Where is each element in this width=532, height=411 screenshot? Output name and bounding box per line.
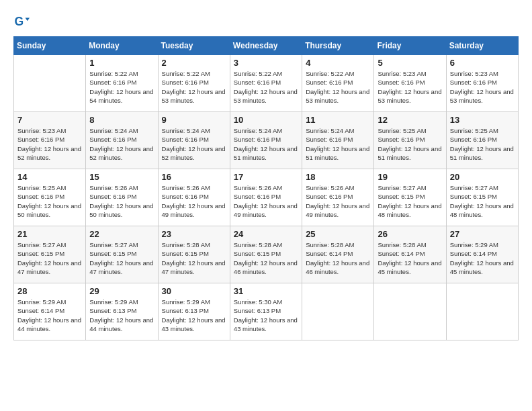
calendar-cell [446, 283, 518, 340]
day-number: 26 [378, 229, 442, 239]
day-number: 18 [306, 172, 370, 182]
calendar-cell: 13Sunrise: 5:25 AMSunset: 6:16 PMDayligh… [446, 112, 518, 169]
calendar-cell: 6Sunrise: 5:23 AMSunset: 6:16 PMDaylight… [446, 55, 518, 112]
header: G [13, 13, 519, 30]
day-info: Sunrise: 5:27 AMSunset: 6:15 PMDaylight:… [450, 183, 515, 219]
weekday-header-thursday: Thursday [302, 37, 374, 55]
logo-icon: G [13, 13, 30, 30]
day-number: 27 [450, 229, 515, 239]
calendar-cell: 23Sunrise: 5:28 AMSunset: 6:15 PMDayligh… [158, 226, 230, 283]
day-number: 21 [17, 229, 82, 239]
day-info: Sunrise: 5:22 AMSunset: 6:16 PMDaylight:… [306, 69, 370, 105]
day-info: Sunrise: 5:25 AMSunset: 6:16 PMDaylight:… [450, 126, 515, 162]
weekday-header-row: SundayMondayTuesdayWednesdayThursdayFrid… [14, 37, 519, 55]
day-number: 28 [17, 286, 82, 296]
day-number: 7 [17, 115, 82, 125]
calendar-cell [302, 283, 374, 340]
day-number: 12 [378, 115, 442, 125]
calendar-cell: 15Sunrise: 5:26 AMSunset: 6:16 PMDayligh… [86, 169, 158, 226]
day-info: Sunrise: 5:23 AMSunset: 6:16 PMDaylight:… [378, 69, 442, 105]
weekday-header-sunday: Sunday [14, 37, 86, 55]
day-info: Sunrise: 5:27 AMSunset: 6:15 PMDaylight:… [378, 183, 442, 219]
day-info: Sunrise: 5:28 AMSunset: 6:15 PMDaylight:… [162, 240, 226, 276]
day-number: 9 [162, 115, 226, 125]
calendar-cell: 16Sunrise: 5:26 AMSunset: 6:16 PMDayligh… [158, 169, 230, 226]
calendar-cell: 29Sunrise: 5:29 AMSunset: 6:13 PMDayligh… [86, 283, 158, 340]
day-info: Sunrise: 5:26 AMSunset: 6:16 PMDaylight:… [162, 183, 226, 219]
calendar-cell: 22Sunrise: 5:27 AMSunset: 6:15 PMDayligh… [86, 226, 158, 283]
day-number: 17 [234, 172, 298, 182]
calendar-week-row: 7Sunrise: 5:23 AMSunset: 6:16 PMDaylight… [14, 112, 519, 169]
calendar-cell: 3Sunrise: 5:22 AMSunset: 6:16 PMDaylight… [230, 55, 302, 112]
calendar-cell: 21Sunrise: 5:27 AMSunset: 6:15 PMDayligh… [14, 226, 86, 283]
day-number: 5 [378, 58, 442, 68]
day-number: 29 [89, 286, 154, 296]
calendar-cell [374, 283, 446, 340]
day-info: Sunrise: 5:23 AMSunset: 6:16 PMDaylight:… [450, 69, 515, 105]
day-info: Sunrise: 5:27 AMSunset: 6:15 PMDaylight:… [17, 240, 82, 276]
day-info: Sunrise: 5:22 AMSunset: 6:16 PMDaylight:… [162, 69, 226, 105]
day-number: 4 [306, 58, 370, 68]
day-info: Sunrise: 5:27 AMSunset: 6:15 PMDaylight:… [89, 240, 154, 276]
logo: G [13, 13, 32, 30]
calendar-cell: 31Sunrise: 5:30 AMSunset: 6:13 PMDayligh… [230, 283, 302, 340]
calendar-cell: 11Sunrise: 5:24 AMSunset: 6:16 PMDayligh… [302, 112, 374, 169]
day-info: Sunrise: 5:28 AMSunset: 6:14 PMDaylight:… [378, 240, 442, 276]
calendar-cell: 20Sunrise: 5:27 AMSunset: 6:15 PMDayligh… [446, 169, 518, 226]
calendar-cell: 27Sunrise: 5:29 AMSunset: 6:14 PMDayligh… [446, 226, 518, 283]
calendar-cell: 9Sunrise: 5:24 AMSunset: 6:16 PMDaylight… [158, 112, 230, 169]
day-info: Sunrise: 5:26 AMSunset: 6:16 PMDaylight:… [306, 183, 370, 219]
day-info: Sunrise: 5:25 AMSunset: 6:16 PMDaylight:… [17, 183, 82, 219]
day-number: 10 [234, 115, 298, 125]
day-info: Sunrise: 5:29 AMSunset: 6:14 PMDaylight:… [17, 298, 82, 333]
calendar-cell: 1Sunrise: 5:22 AMSunset: 6:16 PMDaylight… [86, 55, 158, 112]
calendar-cell: 7Sunrise: 5:23 AMSunset: 6:16 PMDaylight… [14, 112, 86, 169]
calendar-cell: 19Sunrise: 5:27 AMSunset: 6:15 PMDayligh… [374, 169, 446, 226]
day-number: 11 [306, 115, 370, 125]
calendar-cell: 8Sunrise: 5:24 AMSunset: 6:16 PMDaylight… [86, 112, 158, 169]
calendar-cell: 17Sunrise: 5:26 AMSunset: 6:16 PMDayligh… [230, 169, 302, 226]
svg-marker-1 [26, 17, 30, 21]
calendar-cell: 18Sunrise: 5:26 AMSunset: 6:16 PMDayligh… [302, 169, 374, 226]
calendar-cell [14, 55, 86, 112]
day-number: 13 [450, 115, 515, 125]
svg-text:G: G [15, 15, 24, 28]
calendar-cell: 5Sunrise: 5:23 AMSunset: 6:16 PMDaylight… [374, 55, 446, 112]
day-info: Sunrise: 5:29 AMSunset: 6:14 PMDaylight:… [450, 240, 515, 276]
calendar-week-row: 21Sunrise: 5:27 AMSunset: 6:15 PMDayligh… [14, 226, 519, 283]
day-number: 3 [234, 58, 298, 68]
day-number: 1 [89, 58, 154, 68]
day-number: 30 [162, 286, 226, 296]
day-number: 15 [89, 172, 154, 182]
day-info: Sunrise: 5:26 AMSunset: 6:16 PMDaylight:… [89, 183, 154, 219]
calendar-week-row: 1Sunrise: 5:22 AMSunset: 6:16 PMDaylight… [14, 55, 519, 112]
day-number: 8 [89, 115, 154, 125]
day-info: Sunrise: 5:25 AMSunset: 6:16 PMDaylight:… [378, 126, 442, 162]
day-number: 16 [162, 172, 226, 182]
calendar-cell: 28Sunrise: 5:29 AMSunset: 6:14 PMDayligh… [14, 283, 86, 340]
day-info: Sunrise: 5:24 AMSunset: 6:16 PMDaylight:… [89, 126, 154, 162]
calendar-cell: 12Sunrise: 5:25 AMSunset: 6:16 PMDayligh… [374, 112, 446, 169]
calendar-cell: 30Sunrise: 5:29 AMSunset: 6:13 PMDayligh… [158, 283, 230, 340]
weekday-header-wednesday: Wednesday [230, 37, 302, 55]
weekday-header-monday: Monday [86, 37, 158, 55]
day-info: Sunrise: 5:23 AMSunset: 6:16 PMDaylight:… [17, 126, 82, 162]
day-info: Sunrise: 5:26 AMSunset: 6:16 PMDaylight:… [234, 183, 298, 219]
calendar-cell: 2Sunrise: 5:22 AMSunset: 6:16 PMDaylight… [158, 55, 230, 112]
day-info: Sunrise: 5:29 AMSunset: 6:13 PMDaylight:… [162, 298, 226, 333]
weekday-header-friday: Friday [374, 37, 446, 55]
calendar-week-row: 14Sunrise: 5:25 AMSunset: 6:16 PMDayligh… [14, 169, 519, 226]
day-number: 6 [450, 58, 515, 68]
day-info: Sunrise: 5:22 AMSunset: 6:16 PMDaylight:… [234, 69, 298, 105]
day-info: Sunrise: 5:24 AMSunset: 6:16 PMDaylight:… [234, 126, 298, 162]
day-number: 20 [450, 172, 515, 182]
day-number: 31 [234, 286, 298, 296]
calendar-cell: 14Sunrise: 5:25 AMSunset: 6:16 PMDayligh… [14, 169, 86, 226]
day-number: 22 [89, 229, 154, 239]
weekday-header-saturday: Saturday [446, 37, 518, 55]
calendar-cell: 4Sunrise: 5:22 AMSunset: 6:16 PMDaylight… [302, 55, 374, 112]
calendar-week-row: 28Sunrise: 5:29 AMSunset: 6:14 PMDayligh… [14, 283, 519, 340]
day-info: Sunrise: 5:24 AMSunset: 6:16 PMDaylight:… [306, 126, 370, 162]
day-info: Sunrise: 5:28 AMSunset: 6:14 PMDaylight:… [306, 240, 370, 276]
day-number: 23 [162, 229, 226, 239]
